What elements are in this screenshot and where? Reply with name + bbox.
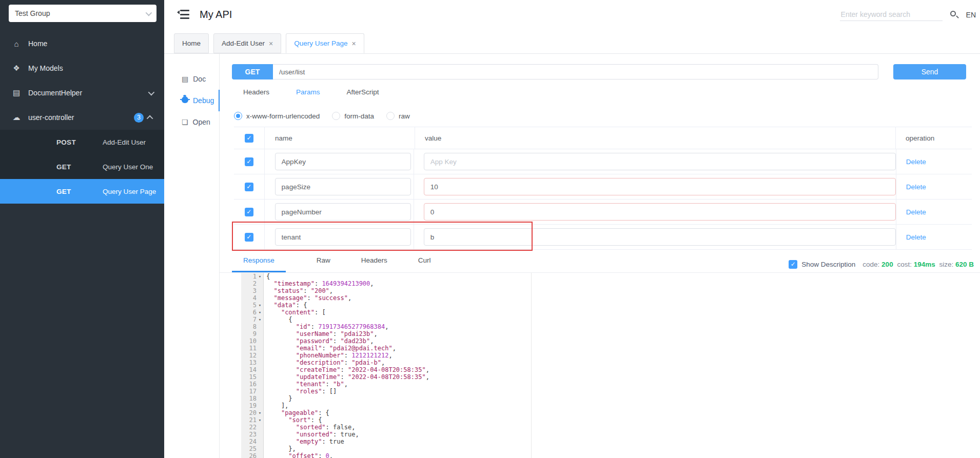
- collapse-sidebar-icon[interactable]: [177, 10, 189, 20]
- line-number: 17: [241, 388, 257, 395]
- param-value-input[interactable]: [424, 153, 896, 170]
- url-input[interactable]: [273, 64, 878, 79]
- response-tab-response[interactable]: Response: [232, 256, 286, 272]
- param-operation-cell: Delete: [896, 225, 972, 249]
- submenu-item-add-edit-user[interactable]: POSTAdd-Edit User: [0, 130, 164, 154]
- response-header: ResponseRawHeadersCurl ✓ Show Descriptio…: [220, 256, 980, 273]
- table-row: ✓Delete: [234, 174, 972, 200]
- cloud-icon: ☁: [11, 113, 22, 122]
- submenu-item-query-user-one[interactable]: GETQuery User One: [0, 154, 164, 179]
- sidebar-item-home[interactable]: ⌂Home: [0, 31, 164, 56]
- tab-query-user-page[interactable]: Query User Page×: [286, 33, 364, 53]
- request-tab-params[interactable]: Params: [296, 88, 320, 103]
- tab-add-edit-user[interactable]: Add-Edit User×: [213, 33, 281, 53]
- select-all-checkbox[interactable]: ✓: [245, 134, 253, 143]
- stat-label: cost:: [895, 261, 914, 268]
- code-line: 23 "unsorted": true,: [241, 431, 980, 438]
- code-line: 13 "description": "pdai-b",: [241, 359, 980, 366]
- tab-home[interactable]: Home: [174, 33, 209, 53]
- response-tab-curl[interactable]: Curl: [418, 256, 431, 272]
- row-checkbox[interactable]: ✓: [245, 183, 253, 191]
- subnav-item-open[interactable]: ❏Open: [164, 111, 220, 133]
- fold-arrow-icon[interactable]: ▾: [257, 416, 264, 424]
- delete-button[interactable]: Delete: [906, 183, 926, 191]
- code-text: "status": "200",: [264, 287, 333, 294]
- group-selector[interactable]: Test Group: [9, 5, 156, 22]
- response-tab-raw[interactable]: Raw: [317, 256, 330, 272]
- radio-raw[interactable]: raw: [386, 112, 410, 120]
- response-code-editor[interactable]: 1▾{2 "timestamp": 1649394213900,3 "statu…: [241, 273, 980, 458]
- code-text: "id": 719173465277968384,: [264, 323, 388, 330]
- subnav-item-debug[interactable]: Debug: [164, 90, 220, 111]
- delete-button[interactable]: Delete: [906, 158, 926, 166]
- method-button[interactable]: GET: [232, 64, 273, 79]
- show-description-label: Show Description: [801, 261, 855, 268]
- chevron-down-icon: [148, 89, 155, 95]
- param-value-input[interactable]: [424, 203, 896, 221]
- row-checkbox[interactable]: ✓: [245, 233, 253, 242]
- row-checkbox[interactable]: ✓: [245, 208, 253, 216]
- send-button[interactable]: Send: [893, 64, 966, 79]
- show-description-checkbox[interactable]: ✓: [789, 260, 797, 269]
- bug-icon: [182, 96, 188, 105]
- sidebar-item-user-controller[interactable]: ☁user-controller3: [0, 105, 164, 130]
- radio-x-www-form-urlencoded[interactable]: x-www-form-urlencoded: [234, 112, 320, 120]
- submenu-item-label: Query User One: [103, 163, 153, 171]
- gutter-spacer: [257, 381, 264, 388]
- line-number: 1: [241, 273, 257, 280]
- subnav-item-doc[interactable]: ▤Doc: [164, 68, 220, 90]
- fold-arrow-icon[interactable]: ▾: [257, 273, 264, 280]
- gutter-spacer: [257, 445, 264, 452]
- debug-panel: GET Send HeadersParamsAfterScript x-www-…: [220, 54, 980, 458]
- code-line: 18 }: [241, 395, 980, 402]
- fold-arrow-icon[interactable]: ▾: [257, 316, 264, 323]
- param-value-input[interactable]: [424, 178, 896, 195]
- param-name-input[interactable]: [275, 228, 411, 246]
- close-icon[interactable]: ×: [352, 40, 356, 47]
- request-tab-afterscript[interactable]: AfterScript: [347, 88, 379, 103]
- submenu-item-query-user-page[interactable]: GETQuery User Page: [0, 179, 164, 204]
- param-value-cell: [414, 225, 896, 249]
- param-name-input[interactable]: [275, 153, 411, 170]
- param-name-input[interactable]: [275, 203, 411, 221]
- badge-count: 3: [134, 113, 144, 123]
- group-selector-value: Test Group: [15, 9, 146, 17]
- fold-arrow-icon[interactable]: ▾: [257, 309, 264, 316]
- request-tab-headers[interactable]: Headers: [243, 88, 269, 103]
- sidebar-item-my-models[interactable]: ❖My Models: [0, 56, 164, 81]
- code-line: 2 "timestamp": 1649394213900,: [241, 280, 980, 287]
- delete-button[interactable]: Delete: [906, 233, 926, 241]
- language-switcher[interactable]: EN: [966, 11, 977, 19]
- params-table-header: ✓namevalueoperation: [234, 127, 972, 149]
- code-text: {: [264, 273, 270, 280]
- sidebar-item-label: My Models: [28, 64, 153, 72]
- gutter-spacer: [257, 345, 264, 352]
- line-number: 7: [241, 316, 257, 323]
- stat-value: 620 B: [955, 261, 974, 268]
- code-text: "message": "success",: [264, 294, 351, 302]
- stat-label: size:: [937, 261, 955, 268]
- gutter-spacer: [257, 287, 264, 294]
- param-value-input[interactable]: [424, 228, 896, 246]
- code-line: 14 "createTime": "2022-04-08T20:58:35",: [241, 366, 980, 373]
- code-text: "description": "pdai-b",: [264, 359, 385, 366]
- sidebar: Test Group ⌂Home❖My Models▤DocumentHelpe…: [0, 0, 164, 458]
- chevron-down-icon: [146, 9, 152, 16]
- sidebar-item-documenthelper[interactable]: ▤DocumentHelper: [0, 81, 164, 105]
- gutter-spacer: [257, 330, 264, 337]
- row-checkbox[interactable]: ✓: [245, 157, 253, 166]
- close-icon[interactable]: ×: [269, 40, 273, 47]
- line-number: 13: [241, 359, 257, 366]
- search-icon[interactable]: [950, 10, 959, 19]
- radio-form-data[interactable]: form-data: [332, 112, 374, 120]
- code-text: "content": [: [264, 309, 326, 316]
- response-tabs: ResponseRawHeadersCurl: [243, 256, 462, 273]
- fold-arrow-icon[interactable]: ▾: [257, 409, 264, 416]
- search-input[interactable]: [840, 8, 943, 21]
- param-name-input[interactable]: [275, 178, 411, 195]
- fold-arrow-icon[interactable]: ▾: [257, 302, 264, 309]
- delete-button[interactable]: Delete: [906, 208, 926, 216]
- line-number: 10: [241, 337, 257, 345]
- response-tab-headers[interactable]: Headers: [361, 256, 387, 272]
- gutter-spacer: [257, 294, 264, 302]
